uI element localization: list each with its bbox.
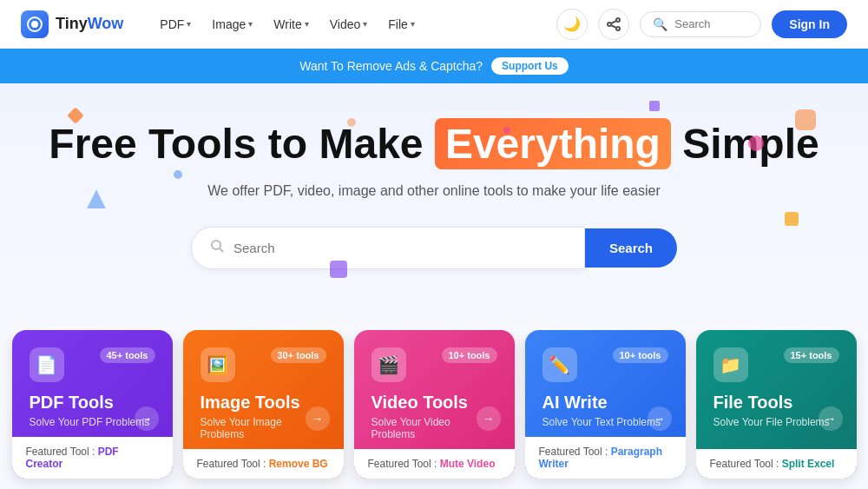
- tool-card-ai[interactable]: ✏️ 10+ tools AI Write Solve Your Text Pr…: [525, 330, 686, 479]
- dark-mode-toggle[interactable]: 🌙: [556, 9, 588, 40]
- featured-tool-link[interactable]: Split Excel: [782, 458, 835, 470]
- search-icon: 🔍: [653, 17, 667, 31]
- arrow-icon: →: [648, 406, 672, 431]
- card-icon: 📄: [30, 347, 64, 382]
- share-icon[interactable]: [598, 9, 629, 40]
- nav-search-box[interactable]: 🔍: [640, 11, 761, 37]
- card-top: 🖼️ 30+ tools: [201, 347, 326, 382]
- tool-card-pdf[interactable]: 📄 45+ tools PDF Tools Solve Your PDF Pro…: [12, 330, 173, 479]
- featured-label: Featured Tool :: [710, 458, 779, 470]
- arrow-icon: →: [819, 406, 843, 431]
- card-featured: Featured Tool : PDF Creator: [12, 437, 173, 479]
- card-featured: Featured Tool : Remove BG: [183, 449, 344, 479]
- card-title: AI Write: [542, 393, 668, 413]
- hero-search-button[interactable]: Search: [585, 228, 677, 268]
- svg-point-1: [31, 21, 38, 28]
- nav-right: 🌙 🔍 Sign In: [556, 9, 847, 40]
- svg-line-8: [220, 248, 223, 252]
- hero-search-input[interactable]: [233, 241, 567, 255]
- hero-search-box[interactable]: [191, 227, 585, 269]
- card-badge: 10+ tools: [442, 347, 497, 363]
- card-featured: Featured Tool : Split Excel: [696, 449, 857, 479]
- card-top: 📁 15+ tools: [713, 347, 839, 382]
- card-top: ✏️ 10+ tools: [542, 347, 668, 382]
- card-badge: 15+ tools: [784, 347, 839, 363]
- hero-section: Free Tools to Make Everything Simple We …: [0, 83, 868, 330]
- tool-cards: 📄 45+ tools PDF Tools Solve Your PDF Pro…: [0, 330, 868, 489]
- card-title: File Tools: [713, 393, 839, 413]
- deco-shape: [347, 118, 356, 127]
- hero-subtitle: We offer PDF, video, image and other onl…: [17, 183, 851, 199]
- card-icon: 🎬: [372, 347, 406, 382]
- banner-text: Want To Remove Ads & Captcha?: [299, 59, 483, 73]
- featured-tool-link[interactable]: Mute Video: [440, 458, 496, 470]
- arrow-icon: →: [306, 406, 330, 431]
- nav-links: PDF ▾ Image ▾ Write ▾ Video ▾ File ▾: [151, 12, 556, 36]
- support-button[interactable]: Support Us: [491, 57, 569, 75]
- search-icon: [209, 238, 225, 258]
- chevron-down-icon: ▾: [248, 19, 253, 29]
- card-top: 📄 45+ tools: [30, 347, 155, 382]
- featured-label: Featured Tool :: [197, 458, 266, 470]
- hero-search: Search: [191, 227, 677, 269]
- tool-card-video[interactable]: 🎬 10+ tools Video Tools Solve Your Video…: [354, 330, 515, 479]
- sign-in-button[interactable]: Sign In: [772, 10, 847, 38]
- chevron-down-icon: ▾: [187, 19, 191, 29]
- logo-text: TinyWow: [56, 15, 123, 33]
- svg-point-2: [616, 18, 620, 22]
- chevron-down-icon: ▾: [363, 19, 367, 29]
- deco-dot: [503, 127, 510, 134]
- deco-shape: [785, 212, 799, 226]
- card-badge: 30+ tools: [271, 347, 326, 363]
- deco-shape: [748, 135, 764, 151]
- card-top: 🎬 10+ tools: [372, 347, 497, 382]
- deco-shape: [174, 170, 182, 179]
- nav-video[interactable]: Video ▾: [321, 12, 377, 36]
- card-icon: ✏️: [542, 347, 577, 382]
- card-title: Image Tools: [201, 393, 326, 413]
- arrow-icon: →: [135, 406, 159, 431]
- tool-card-file[interactable]: 📁 15+ tools File Tools Solve Your File P…: [696, 330, 857, 479]
- deco-cube: [795, 109, 816, 130]
- nav-search-input[interactable]: [674, 17, 748, 30]
- arrow-icon: →: [477, 406, 501, 431]
- hero-highlight: Everything: [435, 118, 671, 169]
- nav-image[interactable]: Image ▾: [203, 12, 261, 36]
- svg-line-5: [611, 21, 616, 23]
- featured-tool-link[interactable]: Remove BG: [269, 458, 328, 470]
- card-title: Video Tools: [372, 393, 497, 413]
- svg-point-3: [608, 23, 611, 26]
- navbar: TinyWow PDF ▾ Image ▾ Write ▾ Video ▾ Fi…: [0, 0, 868, 49]
- chevron-down-icon: ▾: [411, 19, 415, 29]
- deco-shape: [649, 101, 660, 111]
- logo-icon: [21, 10, 49, 38]
- card-featured: Featured Tool : Paragraph Writer: [525, 437, 686, 479]
- featured-label: Featured Tool :: [539, 446, 608, 458]
- nav-pdf[interactable]: PDF ▾: [151, 12, 200, 36]
- deco-shape: [330, 261, 347, 278]
- svg-point-4: [616, 27, 620, 30]
- card-featured: Featured Tool : Mute Video: [354, 449, 515, 479]
- card-badge: 45+ tools: [100, 347, 155, 363]
- card-title: PDF Tools: [30, 393, 155, 413]
- hero-title: Free Tools to Make Everything Simple: [17, 118, 851, 169]
- svg-line-6: [611, 25, 616, 28]
- nav-write[interactable]: Write ▾: [265, 12, 317, 36]
- card-icon: 🖼️: [201, 347, 235, 382]
- promo-banner: Want To Remove Ads & Captcha? Support Us: [0, 49, 868, 83]
- nav-file[interactable]: File ▾: [379, 12, 424, 36]
- chevron-down-icon: ▾: [305, 19, 309, 29]
- featured-label: Featured Tool :: [368, 458, 437, 470]
- card-icon: 📁: [713, 347, 748, 382]
- svg-point-7: [212, 241, 220, 249]
- logo[interactable]: TinyWow: [21, 10, 123, 38]
- card-badge: 10+ tools: [613, 347, 668, 363]
- featured-label: Featured Tool :: [26, 446, 95, 458]
- tool-card-image[interactable]: 🖼️ 30+ tools Image Tools Solve Your Imag…: [183, 330, 344, 479]
